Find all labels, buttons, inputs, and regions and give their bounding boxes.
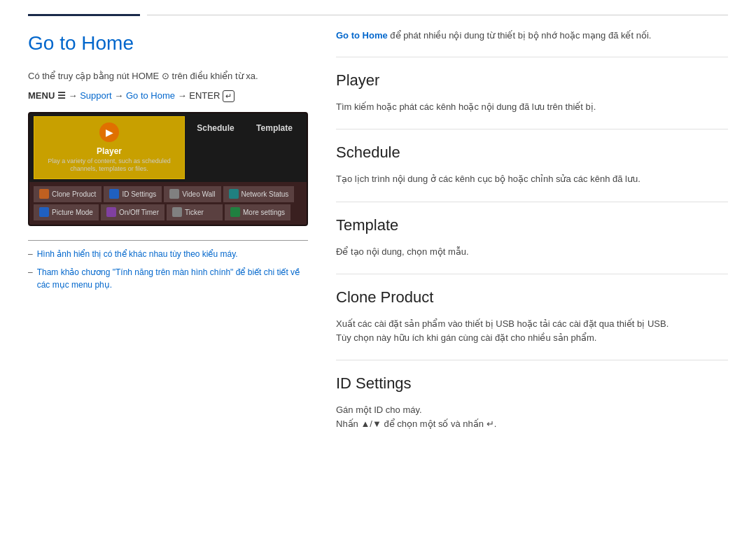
notes-section: – Hình ảnh hiển thị có thể khác nhau tùy… [28,240,308,291]
picture-mode-icon [39,207,49,217]
page-title: Go to Home [28,29,308,58]
more-settings-label: More settings [243,207,285,218]
ticker-label: Ticker [185,207,204,218]
id-settings-divider [336,360,728,360]
two-col-layout: Go to Home Có thể truy cập bằng nút HOME… [28,29,728,446]
section-id-settings: ID Settings Gán một ID cho máy. Nhấn ▲/▼… [336,360,728,430]
section-player: Player Tìm kiếm hoặc phát các kênh hoặc … [336,57,728,114]
submenu-video-wall[interactable]: Video Wall [164,186,220,202]
video-wall-label: Video Wall [182,189,215,199]
submenu-ticker[interactable]: Ticker [167,204,223,220]
section-clone-product: Clone Product Xuất các cài đặt sản phẩm … [336,274,728,344]
video-wall-icon [169,189,179,199]
schedule-label: Schedule [197,122,234,134]
onoff-timer-label: On/Off Timer [119,207,159,218]
player-section-title: Player [336,69,728,94]
id-settings-desc1: Gán một ID cho máy. [336,403,728,417]
onoff-timer-icon [106,207,116,217]
note-1: – Hình ảnh hiển thị có thể khác nhau tùy… [28,248,308,260]
id-settings-section-title: ID Settings [336,372,728,398]
template-label: Template [256,122,293,134]
clone-product-desc1: Xuất các cài đặt sản phẩm vào thiết bị U… [336,317,728,331]
submenu-onoff-timer[interactable]: On/Off Timer [101,204,164,220]
id-settings-desc2: Nhấn ▲/▼ để chọn một số và nhấn ↵. [336,417,728,431]
picture-mode-label: Picture Mode [52,207,93,218]
clone-product-divider [336,274,728,274]
network-status-label: Network Status [241,189,289,199]
player-divider [336,57,728,57]
note-1-text: Hình ảnh hiển thị có thể khác nhau tùy t… [37,248,238,260]
support-link: Support [80,90,112,101]
tv-submenu: Clone Product ID Settings Video Wall Net… [29,182,307,225]
template-section-title: Template [336,213,728,239]
intro-text: Có thể truy cập bằng nút HOME ⊙ trên điề… [28,69,308,83]
left-column: Go to Home Có thể truy cập bằng nút HOME… [28,29,308,446]
note-2: – Tham khảo chương "Tính năng trên màn h… [28,266,308,291]
ticker-icon [172,207,182,217]
template-section-desc: Để tạo nội dung, chọn một mẫu. [336,245,728,259]
clone-product-section-title: Clone Product [336,286,728,311]
submenu-more-settings[interactable]: More settings [225,204,290,220]
submenu-clone-product[interactable]: Clone Product [34,186,102,202]
schedule-section-title: Schedule [336,141,728,167]
divider-accent [28,14,140,16]
submenu-network-status[interactable]: Network Status [223,186,295,202]
section-schedule: Schedule Tạo lịch trình nội dung ở các k… [336,129,728,186]
clone-product-label: Clone Product [52,189,96,199]
id-settings-icon [109,189,119,199]
more-settings-icon [230,207,240,217]
player-icon: ▶ [99,122,119,142]
submenu-id-settings[interactable]: ID Settings [104,186,162,202]
tv-menu-template[interactable]: Template [246,116,302,179]
id-settings-label: ID Settings [122,189,156,199]
network-status-icon [229,189,239,199]
template-divider [336,202,728,202]
player-section-desc: Tìm kiếm hoặc phát các kênh hoặc nội dun… [336,100,728,114]
menu-path: MENU ☰ → Support → Go to Home → ENTER ↵ [28,89,308,103]
right-intro-rest: để phát nhiều nội dung từ thiết bị bộ nh… [388,30,652,41]
clone-product-icon [39,189,49,199]
clone-product-desc2: Tùy chọn này hữu ích khi gán cùng cài đặ… [336,331,728,345]
player-label: Player [97,145,122,157]
divider-line [147,15,728,15]
right-column: Go to Home để phát nhiều nội dung từ thi… [336,29,728,446]
right-intro-highlight: Go to Home [336,30,388,41]
menu-label: MENU ☰ [28,90,66,101]
tv-screen-mockup: ▶ Player Play a variety of content, such… [28,112,308,226]
enter-icon: ↵ [223,90,234,102]
page-container: Go to Home Có thể truy cập bằng nút HOME… [0,0,756,460]
player-sublabel: Play a variety of content, such as sched… [43,157,176,173]
note-2-text: Tham khảo chương "Tính năng trên màn hìn… [37,266,308,291]
section-template: Template Để tạo nội dung, chọn một mẫu. [336,202,728,259]
schedule-divider [336,129,728,129]
submenu-picture-mode[interactable]: Picture Mode [34,204,99,220]
goto-home-link: Go to Home [126,90,175,101]
tv-menu-bar: ▶ Player Play a variety of content, such… [29,113,307,182]
right-intro: Go to Home để phát nhiều nội dung từ thi… [336,29,728,43]
tv-menu-player[interactable]: ▶ Player Play a variety of content, such… [34,116,185,179]
top-divider [28,14,728,16]
schedule-section-desc: Tạo lịch trình nội dung ở các kênh cục b… [336,172,728,186]
tv-menu-schedule[interactable]: Schedule [188,116,244,179]
